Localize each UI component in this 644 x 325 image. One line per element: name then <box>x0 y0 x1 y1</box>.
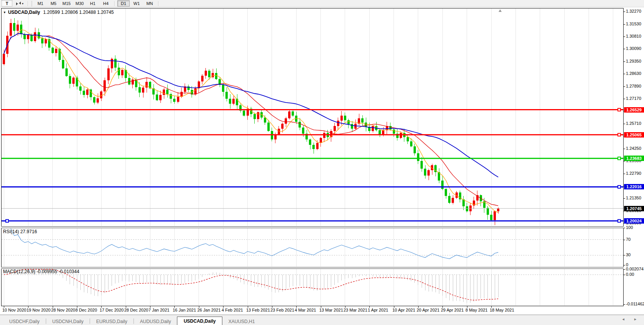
chart-frame-left <box>1 8 2 306</box>
price-axis-label: 1.29350 <box>626 59 641 63</box>
date-axis-label: 13 Feb 2021 <box>246 308 270 312</box>
date-axis-label: 23 Feb 2021 <box>270 308 294 312</box>
macd-axis-label: 0.00 <box>626 272 634 277</box>
rsi-axis-label: 30 <box>626 252 631 257</box>
tab-scroll-right-button[interactable]: ► <box>634 317 641 321</box>
price-axis-label: 1.27890 <box>626 84 641 88</box>
chart-tab-usdchf[interactable]: USDCHF,Daily <box>3 318 46 325</box>
price-axis-label: 1.28630 <box>626 71 641 76</box>
date-axis-label: 19 Nov 2020 <box>27 308 50 312</box>
price-axis-label: 1.31530 <box>626 22 641 26</box>
rsi-axis-tick <box>624 240 625 240</box>
chart-ohlc: 1.20599 1.20806 1.20488 1.20745 <box>43 10 114 15</box>
chart-tab-xauusd[interactable]: XAUUSD,H1 <box>222 318 261 325</box>
chart-frame-top <box>1 8 624 8</box>
price-axis-label: 1.24250 <box>626 146 641 151</box>
price-axis-tick <box>624 36 625 37</box>
price-level-tag[interactable]: 1.20024 <box>624 218 644 224</box>
date-axis-label: 1 Apr 2021 <box>368 308 388 312</box>
macd-axis-tick <box>624 304 625 305</box>
date-axis-label: 8 May 2021 <box>465 308 487 312</box>
panel-divider-macd[interactable] <box>1 267 624 269</box>
macd-axis-tick <box>624 269 625 270</box>
price-axis-tick <box>624 174 625 174</box>
price-axis-label: 1.22790 <box>626 171 641 176</box>
panel-divider-rsi[interactable] <box>1 226 624 228</box>
price-axis-tick <box>624 99 625 99</box>
price-axis-label: 1.30090 <box>626 46 641 51</box>
price-axis-tick <box>624 124 625 124</box>
chart-menu-icon[interactable]: ▼ <box>3 11 6 14</box>
date-axis-label: 26 Jan 2021 <box>197 308 221 312</box>
price-axis-label: 1.25710 <box>626 121 641 126</box>
price-axis-label: 1.30810 <box>626 34 641 38</box>
date-axis-label: 18 May 2021 <box>490 308 514 312</box>
date-axis-label: 8 Dec 2020 <box>75 308 97 312</box>
date-axis-label: 28 Dec 2020 <box>124 308 148 312</box>
chart-canvas[interactable] <box>0 0 644 325</box>
rsi-axis-label: 70 <box>626 237 631 242</box>
rsi-axis-tick <box>624 228 625 228</box>
date-axis-label: 16 Jan 2021 <box>173 308 196 312</box>
current-price-tag: 1.20745 <box>624 206 644 211</box>
date-axis-label: 4 Feb 2021 <box>222 308 243 312</box>
price-axis-tick <box>624 149 625 149</box>
price-axis-label: 1.32270 <box>626 9 641 13</box>
chart-tab-usdcad[interactable]: USDCAD,Daily <box>177 317 222 325</box>
date-axis-label: 10 Nov 2020 <box>2 308 26 312</box>
chart-symbol: USDCAD,Daily <box>8 10 40 15</box>
price-axis-tick <box>624 61 625 62</box>
date-axis-label: 20 Apr 2021 <box>417 308 439 312</box>
macd-axis-label: -0.011462 <box>626 302 644 306</box>
rsi-axis-tick <box>624 265 625 265</box>
price-level-tag[interactable]: 1.23683 <box>624 156 644 161</box>
price-axis-line <box>623 8 624 306</box>
price-axis-label: 1.21350 <box>626 196 641 200</box>
chart-tab-audusd[interactable]: AUDUSD,Daily <box>134 318 177 325</box>
date-axis-label: 13 Mar 2021 <box>319 308 343 312</box>
date-axis-label: 7 Jan 2021 <box>148 308 169 312</box>
rsi-label: RSI(14) 27.9716 <box>3 229 37 234</box>
rsi-axis-tick <box>624 255 625 255</box>
date-axis-label: 17 Dec 2020 <box>100 308 123 312</box>
price-axis-tick <box>624 24 625 25</box>
macd-label: MACD(12,26,9) -0.009955 -0.010344 <box>3 269 79 274</box>
macd-axis-tick <box>624 275 625 275</box>
price-axis-tick <box>624 49 625 49</box>
chart-title: ▼USDCAD,Daily1.20599 1.20806 1.20488 1.2… <box>3 10 114 15</box>
rsi-axis-label: 100 <box>626 225 633 230</box>
chart-tab-usdcnh[interactable]: USDCNH,Daily <box>46 318 90 325</box>
price-axis-tick <box>624 86 625 87</box>
date-axis-label: 4 Mar 2021 <box>295 308 316 312</box>
price-level-tag[interactable]: 1.22016 <box>624 184 644 189</box>
date-axis-label: 28 Nov 2020 <box>51 308 75 312</box>
macd-axis-label: 0.002074 <box>626 267 644 271</box>
price-axis-label: 1.27170 <box>626 96 641 101</box>
price-axis-tick <box>624 12 625 12</box>
chart-tab-eurusd[interactable]: EURUSD,Daily <box>90 318 133 325</box>
tab-scroll-left-button[interactable]: ◄ <box>622 317 629 321</box>
price-axis-tick <box>624 161 625 161</box>
price-level-tag[interactable]: 1.25065 <box>624 132 644 138</box>
date-axis-label: 29 Apr 2021 <box>441 308 464 312</box>
date-axis-line <box>1 306 624 306</box>
price-axis-tick <box>624 74 625 74</box>
date-axis-label: 10 Apr 2021 <box>392 308 415 312</box>
price-axis-tick <box>624 198 625 199</box>
mt4-window: T ▾ M1M5M15M30H1H4D1W1MN ▼USDCAD,Daily1.… <box>0 0 644 325</box>
date-axis-label: 23 Mar 2021 <box>344 308 367 312</box>
price-level-tag[interactable]: 1.26529 <box>624 107 644 113</box>
chart-tab-bar: USDCHF,DailyUSDCNH,DailyEURUSD,DailyAUDU… <box>0 315 644 325</box>
